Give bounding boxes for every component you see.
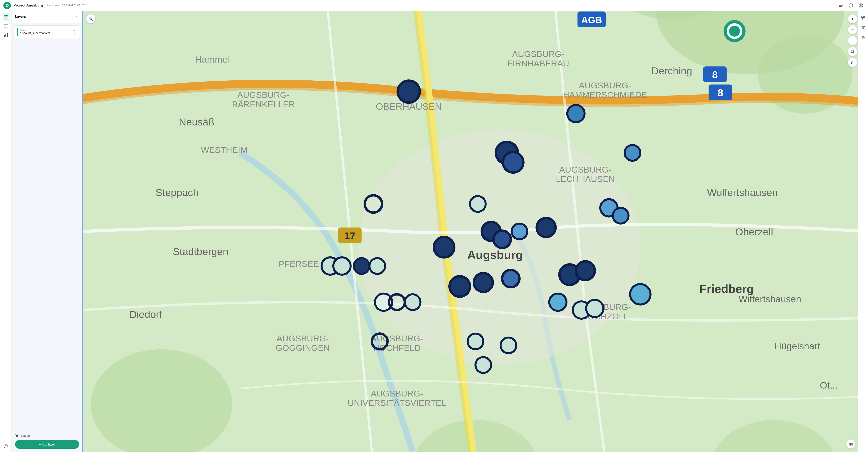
svg-point-108: [586, 300, 603, 317]
zoom-in-button[interactable]: [848, 14, 857, 24]
svg-text:UNIVERSITÄTSVIERTEL: UNIVERSITÄTSVIERTEL: [348, 398, 446, 408]
layer-item[interactable]: Feature discount_supermarkets ⋮: [14, 25, 80, 38]
svg-point-127: [863, 38, 863, 39]
layer-info: Feature discount_supermarkets: [20, 29, 69, 35]
sidebar-item-list[interactable]: [2, 22, 10, 30]
svg-point-93: [613, 208, 628, 224]
layers-close-button[interactable]: ×: [73, 14, 79, 20]
palette-button[interactable]: [859, 33, 867, 42]
svg-point-123: [862, 19, 863, 20]
svg-text:AUGSBURG-: AUGSBURG-: [512, 49, 564, 59]
project-title: Project Augsburg: [13, 3, 43, 7]
layers-header: Layers ×: [12, 11, 83, 23]
svg-text:Neusäß: Neusäß: [179, 116, 215, 128]
svg-rect-14: [5, 26, 8, 26]
svg-rect-9: [4, 17, 8, 17]
svg-text:?: ?: [850, 4, 852, 7]
last-saved: Last saved: 02:03PM 02/02/2024: [47, 4, 87, 7]
source-label: Source: [21, 434, 30, 437]
sidebar-item-chart[interactable]: [2, 31, 10, 39]
svg-text:Ot...: Ot...: [820, 380, 838, 391]
map-search-button[interactable]: 🔍: [86, 14, 95, 24]
map-type-button[interactable]: [846, 440, 856, 449]
svg-text:?: ?: [5, 445, 6, 448]
svg-text:8: 8: [712, 69, 718, 80]
svg-point-94: [512, 224, 527, 239]
map-background: 8 8 17 AGB ✈ Gersthofen H: [83, 11, 868, 452]
svg-point-42: [729, 26, 740, 37]
settings-button[interactable]: [859, 13, 867, 22]
map-right-sidebar: [858, 11, 868, 452]
svg-point-86: [474, 273, 493, 292]
svg-rect-19: [7, 33, 8, 37]
zoom-out-button[interactable]: [848, 25, 857, 34]
svg-text:PFERSEE: PFERSEE: [279, 259, 319, 269]
svg-text:BÄRENKELLER: BÄRENKELLER: [232, 100, 295, 109]
svg-text:Friedberg: Friedberg: [700, 282, 754, 295]
svg-text:Stadtbergen: Stadtbergen: [173, 246, 228, 257]
layer-name: discount_supermarkets: [20, 31, 69, 35]
svg-point-85: [450, 276, 470, 297]
svg-point-126: [863, 37, 864, 38]
sidebar-item-layers[interactable]: [2, 12, 10, 21]
svg-rect-8: [4, 15, 8, 16]
svg-rect-12: [5, 25, 8, 25]
svg-text:LECHHAUSEN: LECHHAUSEN: [556, 174, 615, 184]
layers-footer: Source + Add layer: [12, 431, 83, 452]
svg-point-102: [369, 258, 385, 274]
svg-rect-116: [852, 52, 854, 53]
svg-text:HAMMERSCHMIEDE: HAMMERSCHMIEDE: [563, 90, 647, 100]
svg-text:AGB: AGB: [581, 15, 602, 25]
sidebar-bottom: ?: [2, 442, 10, 450]
draw-button[interactable]: [848, 58, 857, 67]
svg-rect-2: [839, 5, 843, 6]
svg-rect-132: [851, 445, 853, 446]
map-controls-left: 🔍: [86, 14, 95, 24]
menu-button[interactable]: [837, 2, 844, 9]
filter-button[interactable]: [859, 24, 867, 32]
svg-point-81: [434, 237, 455, 257]
svg-point-101: [354, 258, 369, 274]
fullscreen-button[interactable]: [848, 36, 857, 45]
svg-point-91: [625, 145, 640, 161]
svg-point-125: [862, 37, 863, 38]
svg-text:FIRNHABERAU: FIRNHABERAU: [507, 59, 569, 68]
database-icon: [15, 434, 19, 437]
svg-text:AUGSBURG-: AUGSBURG-: [277, 334, 329, 343]
svg-point-89: [576, 261, 595, 280]
layer-menu-button[interactable]: ⋮: [71, 29, 77, 35]
main-layout: ? Layers × Feature discount_supermarkets…: [0, 11, 868, 452]
svg-text:Wulfertshausen: Wulfertshausen: [707, 187, 778, 198]
map-controls-right: [848, 14, 857, 67]
help-button[interactable]: ?: [847, 2, 855, 9]
svg-point-90: [567, 105, 585, 122]
svg-text:Hammel: Hammel: [195, 54, 230, 65]
sidebar-help-button[interactable]: ?: [2, 442, 10, 450]
add-layer-button[interactable]: + Add layer: [15, 440, 79, 449]
map-svg: 8 8 17 AGB ✈ Gersthofen H: [83, 11, 868, 452]
svg-point-100: [334, 257, 351, 275]
svg-point-15: [4, 27, 5, 28]
svg-point-98: [470, 196, 486, 212]
svg-point-78: [398, 81, 420, 103]
map-area[interactable]: 8 8 17 AGB ✈ Gersthofen H: [83, 11, 868, 452]
svg-text:GÖGGINGEN: GÖGGINGEN: [276, 343, 330, 353]
user-button[interactable]: [857, 2, 865, 9]
layer-type: Feature: [20, 29, 69, 31]
svg-text:Wiffertshausen: Wiffertshausen: [738, 294, 801, 304]
svg-point-7: [860, 4, 862, 6]
svg-rect-131: [849, 445, 850, 446]
svg-rect-17: [4, 35, 5, 37]
svg-text:AUGSBURG-: AUGSBURG-: [371, 334, 423, 343]
svg-text:HOCHFELD: HOCHFELD: [373, 343, 421, 353]
svg-rect-129: [849, 444, 850, 445]
svg-text:Derching: Derching: [651, 65, 692, 77]
svg-text:Hügelshart: Hügelshart: [775, 341, 820, 351]
source-row[interactable]: Source: [15, 434, 79, 437]
svg-point-105: [405, 294, 421, 310]
print-button[interactable]: [848, 47, 857, 56]
svg-point-95: [549, 293, 567, 311]
svg-point-83: [494, 231, 511, 248]
svg-point-13: [4, 26, 5, 26]
svg-point-111: [475, 357, 491, 373]
